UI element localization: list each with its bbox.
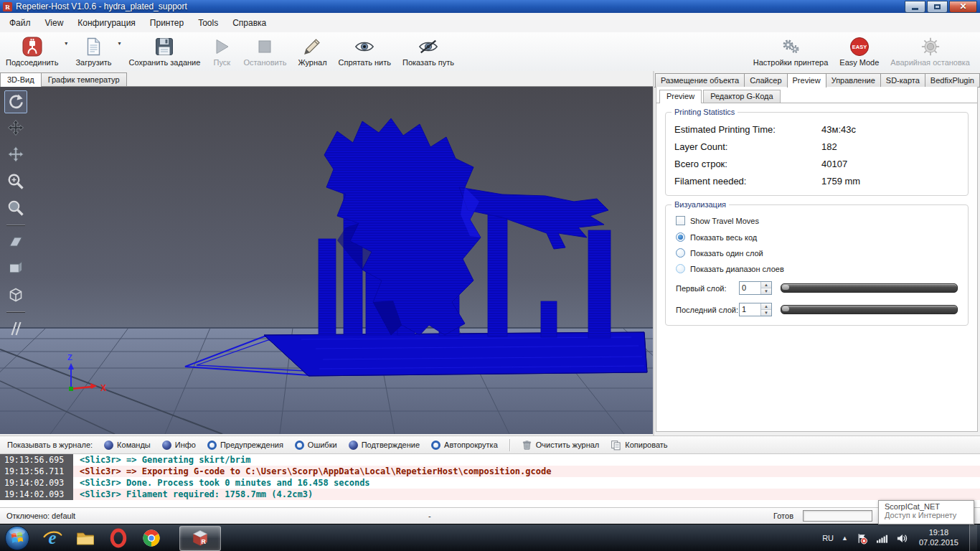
maximize-button[interactable]	[927, 1, 948, 13]
zoom-fit-icon	[6, 199, 25, 217]
perspective-cube-button[interactable]	[4, 283, 27, 306]
start-button[interactable]	[4, 525, 30, 551]
svg-text:EASY: EASY	[852, 44, 867, 50]
taskbar-repetier-host[interactable]: R	[179, 526, 221, 551]
front-face-button[interactable]	[4, 257, 27, 280]
taskbar-clock[interactable]: 19:18 07.02.2015	[916, 528, 961, 548]
log-filter-bar: Показывать в журнале: КомандыИнфоПредупр…	[0, 435, 980, 454]
network-tray-icon[interactable]	[876, 532, 888, 545]
zoom-fit-button[interactable]	[4, 197, 27, 220]
preview-tab-strip: PreviewРедактор G-Кода	[656, 87, 977, 103]
first-layer-slider[interactable]	[781, 283, 958, 293]
language-indicator[interactable]: RU	[822, 534, 834, 542]
toolbar-button-label: Остановить	[243, 58, 286, 67]
taskbar-explorer-folder[interactable]	[69, 524, 102, 551]
right-tab-2[interactable]: Preview	[787, 73, 826, 88]
menu-item-3[interactable]: Принтер	[143, 14, 191, 32]
spin-up-icon[interactable]: ▲	[761, 282, 771, 288]
view-tab-0[interactable]: 3D-Вид	[0, 72, 42, 87]
log-toggle-2[interactable]: Предупреждения	[207, 441, 283, 450]
parallel-projection-icon	[6, 319, 25, 338]
action-center-flag-icon[interactable]	[856, 532, 868, 545]
slider-handle[interactable]	[782, 285, 789, 290]
front-face-icon	[6, 259, 25, 278]
stat-label: Layer Count:	[674, 141, 821, 152]
preview-tab-1[interactable]: Редактор G-Кода	[703, 90, 780, 103]
view-tab-1[interactable]: График температур	[41, 72, 127, 86]
last-layer-slider[interactable]	[781, 305, 958, 314]
toolbar-pencil-button[interactable]: Журнал	[292, 32, 332, 71]
toolbar-usb-connect-button[interactable]: ▾Подсоединить	[0, 32, 70, 71]
taskbar-chrome[interactable]	[135, 524, 168, 551]
log-toggle-5[interactable]: Автопрокрутка	[431, 441, 498, 450]
menu-item-0[interactable]: Файл	[2, 14, 38, 32]
last-layer-value[interactable]: 1	[740, 303, 760, 316]
log-toggle-4[interactable]: Подтверждение	[349, 441, 420, 450]
radio-option-0[interactable]: Показать весь код	[676, 232, 961, 242]
preview-pane: PreviewРедактор G-Кода Printing Statisti…	[656, 87, 978, 432]
tray-expand-icon[interactable]: ▲	[842, 534, 848, 542]
dropdown-arrow-icon[interactable]: ▾	[65, 40, 67, 47]
toolbar-load-document-button[interactable]: ▾Загрузить	[70, 32, 123, 71]
toolbar-easy-badge-button[interactable]: EASYEasy Mode	[834, 32, 885, 71]
show-travel-moves-checkbox[interactable]	[676, 216, 685, 225]
spin-down-icon[interactable]: ▼	[761, 310, 771, 316]
perspective-cube-icon	[6, 286, 25, 304]
toolbar-gears-button[interactable]: Настройки принтера	[748, 32, 834, 71]
spin-down-icon[interactable]: ▼	[761, 288, 771, 294]
dropdown-arrow-icon[interactable]: ▾	[118, 40, 121, 47]
radio-button[interactable]	[676, 232, 685, 242]
slider-handle[interactable]	[782, 306, 789, 311]
taskbar-opera[interactable]	[102, 524, 135, 551]
zoom-button[interactable]	[4, 170, 27, 193]
3d-scene[interactable]: Z X	[0, 87, 653, 434]
log-timestamp: 19:14:02.093	[0, 477, 73, 489]
menu-item-1[interactable]: View	[38, 14, 71, 32]
minimize-button[interactable]	[905, 1, 925, 13]
menu-item-4[interactable]: Tools	[191, 14, 225, 32]
preview-tab-0[interactable]: Preview	[659, 90, 702, 103]
log-toggle-3[interactable]: Ошибки	[295, 441, 337, 450]
menu-item-5[interactable]: Справка	[225, 14, 273, 32]
clock-date: 07.02.2015	[919, 538, 958, 548]
right-tab-5[interactable]: BedfixPlugin	[925, 73, 980, 87]
log-toggle-0[interactable]: Команды	[104, 441, 151, 450]
3d-viewport[interactable]: Z X	[0, 87, 653, 434]
show-travel-moves-row[interactable]: Show Travel Moves	[676, 216, 961, 225]
move-viewpoint-button[interactable]	[4, 143, 27, 166]
right-tab-0[interactable]: Размещение объекта	[655, 73, 745, 87]
right-tab-3[interactable]: Управление	[826, 73, 881, 87]
close-button[interactable]: ✕	[949, 1, 977, 13]
volume-tray-icon[interactable]	[896, 532, 908, 545]
internet-explorer-icon: e	[42, 527, 63, 549]
toolbar-save-floppy-button[interactable]: Сохранить задание	[123, 32, 207, 71]
copy-log-button[interactable]: Копировать	[611, 440, 667, 451]
last-layer-spinner[interactable]: 1 ▲▼	[739, 303, 772, 316]
rotate-view-button[interactable]	[4, 90, 27, 113]
parallel-projection-button[interactable]	[4, 317, 27, 340]
title-bar[interactable]: R Repetier-Host V1.0.6 - hydra_plated_su…	[0, 0, 980, 13]
menu-item-2[interactable]: Конфигурация	[70, 14, 143, 32]
move-object-button[interactable]	[4, 117, 27, 140]
iso-face-button[interactable]	[4, 230, 27, 253]
spin-up-icon[interactable]: ▲	[761, 303, 771, 310]
stop-icon	[255, 37, 275, 57]
main-toolbar: ▾Подсоединить▾ЗагрузитьСохранить задание…	[0, 32, 980, 72]
log-timestamp: 19:14:02.093	[0, 489, 73, 500]
toolbar-eye-slash-button[interactable]: Показать путь	[397, 32, 460, 71]
show-desktop-button[interactable]	[969, 524, 977, 551]
status-bar: Отключено: default - Готов	[0, 507, 980, 524]
radio-button[interactable]	[676, 248, 685, 258]
first-layer-spinner[interactable]: 0 ▲▼	[739, 281, 772, 295]
radio-button[interactable]	[676, 264, 685, 273]
right-tab-4[interactable]: SD-карта	[880, 73, 925, 87]
taskbar-internet-explorer[interactable]: e	[36, 524, 69, 551]
clear-log-button[interactable]: Очистить журнал	[522, 440, 600, 451]
log-toggle-1[interactable]: Инфо	[162, 441, 196, 450]
radio-option-1[interactable]: Показать один слой	[676, 248, 961, 258]
right-tab-1[interactable]: Слайсер	[744, 73, 787, 87]
first-layer-value[interactable]: 0	[740, 282, 760, 294]
log-output[interactable]: 19:13:56.695<Slic3r> => Generating skirt…	[0, 454, 980, 507]
radio-option-2[interactable]: Показать диапазон слоев	[676, 264, 961, 273]
toolbar-eye-button[interactable]: Спрятать нить	[333, 32, 397, 71]
